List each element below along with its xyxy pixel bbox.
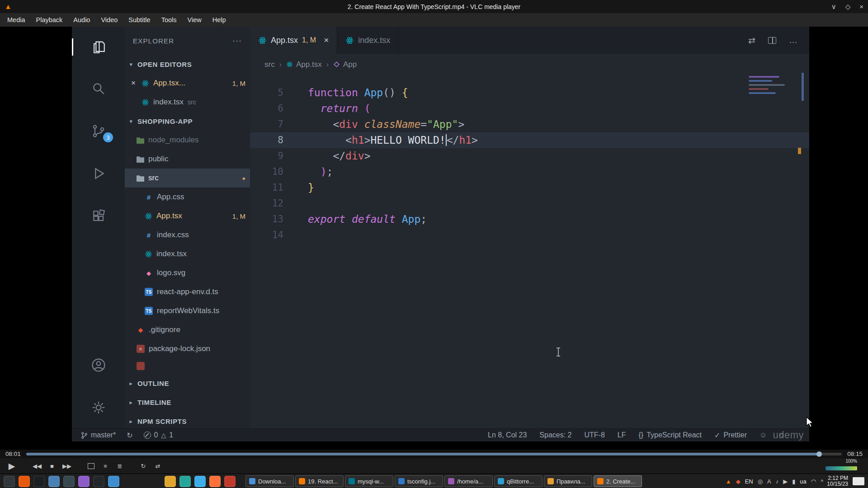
launcher-icon[interactable]	[19, 476, 30, 487]
loop-button[interactable]: ↻	[137, 460, 149, 472]
menu-video[interactable]: Video	[95, 13, 123, 27]
file-item-index-tsx[interactable]: index.tsx	[125, 244, 250, 263]
breadcrumb-item-src[interactable]: src	[264, 60, 275, 69]
play-tray-icon[interactable]: ▶	[783, 479, 788, 484]
taskbar-window-2-create[interactable]: 2. Create...	[594, 475, 642, 487]
file-item-src[interactable]: src●	[125, 169, 250, 188]
downloader-tray-icon[interactable]: ◆	[736, 479, 741, 484]
launcher-icon[interactable]	[165, 476, 176, 487]
code-line-9[interactable]: 9 </div>	[250, 148, 809, 164]
run-debug-icon[interactable]	[72, 164, 125, 183]
account-icon[interactable]	[72, 356, 125, 375]
file-item-logo-svg[interactable]: ◆logo.svg	[125, 263, 250, 282]
file-item-app-tsx[interactable]: App.tsx1, M	[125, 206, 250, 225]
code-editor[interactable]: 5function App() {6 return (7 <div classN…	[250, 75, 809, 441]
git-branch-indicator[interactable]: master*	[81, 431, 116, 439]
editor-scrollbar[interactable]	[802, 73, 804, 101]
play-button[interactable]: ▶	[5, 460, 19, 472]
launcher-icon[interactable]	[108, 476, 119, 487]
file-item-clipped[interactable]	[125, 358, 250, 374]
launcher-icon[interactable]	[209, 476, 221, 487]
explorer-icon[interactable]	[72, 38, 125, 56]
tab-app-tsx[interactable]: App.tsx1, M×	[250, 27, 337, 54]
launcher-icon[interactable]	[4, 476, 15, 487]
code-line-5[interactable]: 5function App() {	[250, 85, 809, 101]
menu-audio[interactable]: Audio	[68, 13, 95, 27]
section-open-editors[interactable]: ▾ OPEN EDITORS	[125, 55, 250, 74]
file-item-reportwebvitals-ts[interactable]: TSreportWebVitals.ts	[125, 301, 250, 320]
maximize-icon[interactable]: ◇	[845, 3, 851, 11]
extended-settings-button[interactable]: ≡	[99, 460, 111, 472]
sync-button[interactable]: ↻	[127, 431, 132, 440]
code-line-10[interactable]: 10 );	[250, 164, 809, 180]
menu-view[interactable]: View	[182, 13, 207, 27]
extensions-icon[interactable]	[72, 206, 125, 225]
code-line-13[interactable]: 13export default App;	[250, 211, 809, 227]
compare-changes-icon[interactable]: ⇄	[748, 35, 755, 46]
menu-subtitle[interactable]: Subtitle	[123, 13, 156, 27]
launcher-icon[interactable]	[33, 476, 45, 487]
launcher-icon[interactable]	[78, 476, 90, 487]
video-area[interactable]: 3 EXPLORER ···	[0, 27, 868, 450]
menu-media[interactable]: Media	[2, 13, 31, 27]
menu-help[interactable]: Help	[207, 13, 231, 27]
language-indicator[interactable]: ua	[800, 479, 806, 484]
file-item-index-css[interactable]: #index.css	[125, 225, 250, 244]
cursor-position[interactable]: Ln 8, Col 23	[488, 431, 527, 439]
battery-icon[interactable]: ▮	[792, 479, 795, 484]
wifi-icon[interactable]: ◠	[811, 479, 816, 484]
launcher-icon[interactable]	[194, 476, 206, 487]
seek-handle[interactable]	[816, 451, 822, 457]
section-outline[interactable]: ▸OUTLINE	[125, 374, 250, 393]
encoding-indicator[interactable]: UTF-8	[584, 431, 604, 439]
shuffle-button[interactable]: ⇄	[152, 460, 164, 472]
open-editor-app-tsx[interactable]: ×App.tsx...1, M	[125, 74, 250, 93]
fullscreen-button[interactable]	[85, 460, 97, 472]
settings-gear-icon[interactable]	[72, 398, 125, 417]
taskbar-window-tsconfig-j[interactable]: tsconfig.j...	[395, 475, 443, 487]
menu-tools[interactable]: Tools	[156, 13, 182, 27]
taskbar-window-qbittorre[interactable]: qBittorre...	[494, 475, 542, 487]
open-editor-index-tsx[interactable]: index.tsxsrc	[125, 93, 250, 112]
section-project[interactable]: ▾ SHOPPING-APP	[125, 112, 250, 131]
formatter-indicator[interactable]: ✓ Prettier	[714, 431, 747, 440]
source-control-icon[interactable]: 3	[72, 122, 125, 141]
code-line-7[interactable]: 7 <div className="App">	[250, 117, 809, 132]
seek-bar[interactable]	[26, 453, 842, 455]
taskbar-window-19-react[interactable]: 19. React...	[295, 475, 344, 487]
more-actions-icon[interactable]: ···	[232, 36, 242, 46]
volume-slider[interactable]	[826, 466, 857, 470]
file-item-public[interactable]: public	[125, 150, 250, 169]
volume-control[interactable]: 100%	[826, 458, 857, 474]
code-line-8[interactable]: 8 <h1>HELLO WORLD!</h1>	[250, 132, 809, 148]
indentation-indicator[interactable]: Spaces: 2	[539, 431, 571, 439]
minimap[interactable]	[749, 74, 796, 96]
taskbar-window-mysql-w[interactable]: mysql-w...	[345, 475, 393, 487]
input-method-icon[interactable]: A	[767, 479, 771, 484]
stop-button[interactable]: ■	[46, 460, 58, 472]
taskbar-window-downloa[interactable]: Downloa...	[245, 475, 294, 487]
search-icon[interactable]	[72, 79, 125, 98]
keyboard-layout-indicator[interactable]: EN	[745, 479, 753, 484]
minimize-icon[interactable]: ∨	[831, 3, 836, 11]
code-line-6[interactable]: 6 return (	[250, 101, 809, 117]
tab-index-tsx[interactable]: index.tsx	[337, 27, 399, 54]
launcher-icon[interactable]	[179, 476, 191, 487]
close-tab-icon[interactable]: ×	[324, 35, 329, 45]
language-indicator[interactable]: {} TypeScript React	[638, 431, 702, 439]
file-item-app-css[interactable]: #App.css	[125, 188, 250, 206]
section-npm-scripts[interactable]: ▸NPM SCRIPTS	[125, 412, 250, 431]
vlc-tray-icon[interactable]: ▲	[726, 479, 731, 484]
editor-more-icon[interactable]: …	[789, 35, 797, 45]
menu-playback[interactable]: Playback	[31, 13, 68, 27]
breadcrumb-item-app[interactable]: App	[333, 60, 357, 69]
code-line-11[interactable]: 11}	[250, 180, 809, 196]
playlist-button[interactable]: ≣	[114, 460, 126, 472]
file-item-react-app-env-d-ts[interactable]: TSreact-app-env.d.ts	[125, 282, 250, 301]
launcher-icon[interactable]	[63, 476, 75, 487]
feedback-icon[interactable]: ☺	[760, 431, 767, 439]
eol-indicator[interactable]: LF	[618, 431, 626, 439]
code-line-12[interactable]: 12	[250, 196, 809, 211]
network-icon[interactable]: ◎	[758, 479, 763, 484]
file-item-gitignore[interactable]: ◆.gitignore	[125, 320, 250, 339]
